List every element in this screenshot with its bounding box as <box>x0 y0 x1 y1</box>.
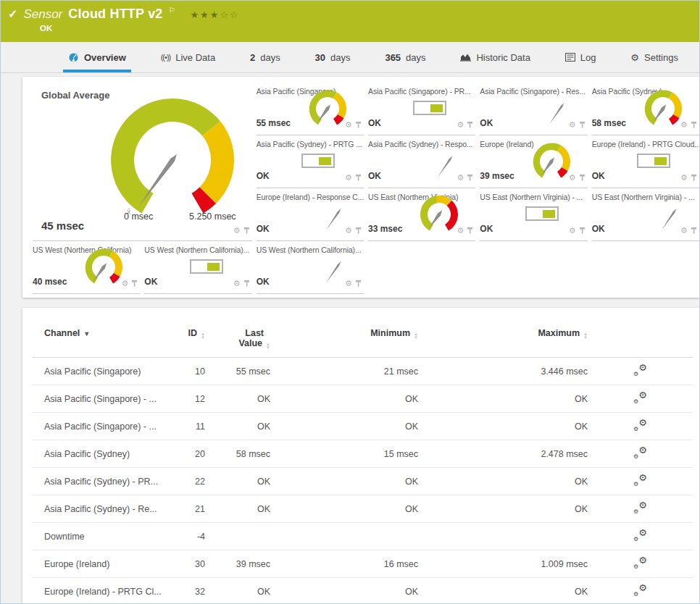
gear-icon[interactable]: ⚙ <box>569 121 576 129</box>
gear-icon[interactable]: ⚙ <box>457 227 464 235</box>
channel-tile[interactable]: US West (Northern California)... OK ⚙ <box>144 241 251 294</box>
channel-settings-icon[interactable]: ⚙⚙ <box>633 584 647 596</box>
column-header-minimum[interactable]: Minimum▲▼ <box>270 316 418 358</box>
tab-log[interactable]: Log <box>560 42 601 72</box>
pin-icon[interactable] <box>243 280 250 288</box>
channel-tile[interactable]: US West (Northern California)... OK ⚙ <box>257 241 364 294</box>
channel-tile[interactable]: US East (Northern Virginia) - ... OK ⚙ <box>592 188 699 241</box>
channel-tile[interactable]: Asia Pacific (Singapore) - Res... OK ⚙ <box>480 83 587 135</box>
table-row[interactable]: Europe (Ireland) - PRTG Cl... 32 OK OK O… <box>33 578 693 604</box>
column-header-last-value[interactable]: Last Value▲▼ <box>205 316 270 358</box>
star-empty-icon[interactable]: ☆ <box>230 9 240 20</box>
tab-365-days[interactable]: 365 days <box>380 42 430 72</box>
channel-tile[interactable]: Asia Pacific (Singapore) 55 msec ⚙ <box>257 83 364 135</box>
table-row[interactable]: Asia Pacific (Sydney) - Re... 21 OK OK O… <box>33 495 693 523</box>
pin-icon[interactable] <box>579 174 586 182</box>
channel-tile[interactable]: Europe (Ireland) 39 msec ⚙ <box>480 135 587 188</box>
gear-icon[interactable]: ⚙ <box>680 227 688 235</box>
table-row[interactable]: Asia Pacific (Singapore) - ... 11 OK OK … <box>33 413 693 440</box>
cell-channel: Asia Pacific (Singapore) - ... <box>33 413 170 440</box>
star-filled-icon[interactable]: ★ <box>190 9 200 20</box>
gear-icon[interactable]: ⚙ <box>345 174 352 182</box>
pin-icon[interactable] <box>579 121 586 129</box>
channel-tile[interactable]: Asia Pacific (Sydney) - PRTG ... OK ⚙ <box>257 135 364 188</box>
tile-title: Asia Pacific (Singapore) - PR... <box>368 83 475 96</box>
pin-icon[interactable] <box>691 174 697 182</box>
gear-icon[interactable]: ⚙ <box>457 121 464 129</box>
column-header-channel[interactable]: Channel▼ <box>33 316 170 358</box>
flag-icon[interactable]: ⚐ <box>169 6 176 15</box>
channel-settings-icon[interactable]: ⚙⚙ <box>633 529 647 541</box>
cell-maximum: OK <box>418 385 588 413</box>
channel-tile[interactable]: US East (Northern Virginia) 33 msec ⚙ <box>368 188 475 241</box>
cell-minimum: OK <box>270 385 418 413</box>
star-filled-icon[interactable]: ★ <box>210 9 220 20</box>
channel-tile[interactable]: US East (Northern Virginia) - ... OK ⚙ <box>480 188 587 241</box>
global-average-tile[interactable]: Global Average x̄ 0 msec 5.250 msec 45 m… <box>33 83 252 241</box>
channel-settings-icon[interactable]: ⚙⚙ <box>633 364 647 376</box>
pin-icon[interactable] <box>355 227 362 235</box>
gear-icon[interactable]: ⚙ <box>569 227 576 235</box>
tab-overview[interactable]: Overview <box>63 42 131 72</box>
pin-icon[interactable] <box>691 227 697 235</box>
channel-settings-icon[interactable]: ⚙⚙ <box>633 474 647 486</box>
gear-icon[interactable]: ⚙ <box>680 121 688 129</box>
pin-icon[interactable] <box>467 121 473 129</box>
pin-icon[interactable] <box>355 121 362 129</box>
ok-switch-indicator <box>413 101 446 115</box>
pin-icon[interactable] <box>243 227 250 235</box>
gear-icon[interactable]: ⚙ <box>345 227 352 235</box>
tab-historic-data[interactable]: Historic Data <box>455 42 535 72</box>
channel-settings-icon[interactable]: ⚙⚙ <box>633 502 647 513</box>
channel-settings-icon[interactable]: ⚙⚙ <box>633 447 647 458</box>
channel-tile[interactable]: Asia Pacific (Sydney) - Respo... OK ⚙ <box>368 135 475 188</box>
pin-icon[interactable] <box>467 227 473 235</box>
channel-settings-icon[interactable]: ⚙⚙ <box>633 419 647 431</box>
table-row[interactable]: Asia Pacific (Singapore) - ... 12 OK OK … <box>33 385 693 413</box>
tab-live-data[interactable]: ((•)) Live Data <box>156 42 220 72</box>
table-row[interactable]: Asia Pacific (Sydney) 20 58 msec 15 msec… <box>33 440 693 468</box>
gear-icon[interactable]: ⚙ <box>121 280 128 288</box>
table-row[interactable]: Asia Pacific (Sydney) - PR... 22 OK OK O… <box>33 468 693 495</box>
gear-icon[interactable]: ⚙ <box>345 280 352 288</box>
pin-icon[interactable] <box>355 174 362 182</box>
pin-icon[interactable] <box>355 280 362 288</box>
table-row[interactable]: Downtime -4 ⚙⚙ <box>33 523 693 550</box>
tab-settings[interactable]: ⚙ Settings <box>625 42 683 72</box>
gear-icon[interactable]: ⚙ <box>233 280 241 288</box>
tab-2-days[interactable]: 2 days <box>245 42 286 72</box>
channel-tile[interactable]: Asia Pacific (Singapore) - PR... OK ⚙ <box>368 83 475 135</box>
gear-icon[interactable]: ⚙ <box>345 121 352 129</box>
star-empty-icon[interactable]: ☆ <box>220 9 230 20</box>
tile-grid: Global Average x̄ 0 msec 5.250 msec 45 m… <box>33 83 699 294</box>
tab-bar: Overview ((•)) Live Data 2 days 30 days … <box>1 42 699 73</box>
cell-maximum: OK <box>418 413 588 440</box>
gear-icon[interactable]: ⚙ <box>569 174 576 182</box>
gear-icon[interactable]: ⚙ <box>233 227 241 235</box>
tab-30-days[interactable]: 30 days <box>310 42 356 72</box>
pin-icon[interactable] <box>131 280 138 288</box>
star-filled-icon[interactable]: ★ <box>200 9 210 20</box>
gear-icon[interactable]: ⚙ <box>457 174 464 182</box>
table-row[interactable]: Asia Pacific (Singapore) 10 55 msec 21 m… <box>33 358 693 385</box>
pin-icon[interactable] <box>691 121 697 129</box>
cell-minimum: OK <box>270 413 418 440</box>
channel-settings-icon[interactable]: ⚙⚙ <box>633 557 647 569</box>
gear-icon: ⚙ <box>630 53 639 62</box>
pin-icon[interactable] <box>579 227 586 235</box>
table-row[interactable]: Europe (Ireland) 30 39 msec 16 msec 1.00… <box>33 550 693 578</box>
channel-settings-icon[interactable]: ⚙⚙ <box>633 392 647 403</box>
column-header-maximum[interactable]: Maximum▲▼ <box>418 316 588 358</box>
channel-tile[interactable]: Europe (Ireland) - PRTG Cloud... OK ⚙ <box>592 135 699 188</box>
tile-value: OK <box>257 224 270 234</box>
pin-icon[interactable] <box>467 174 473 182</box>
column-header-id[interactable]: ID▲▼ <box>170 316 205 358</box>
cell-minimum: 15 msec <box>270 440 418 468</box>
gear-icon[interactable]: ⚙ <box>680 174 688 182</box>
channel-tile[interactable]: Asia Pacific (Sydney) 58 msec ⚙ <box>592 83 699 135</box>
tile-title: Europe (Ireland) - PRTG Cloud... <box>592 135 699 148</box>
channel-tile[interactable]: US West (Northern California) 40 msec ⚙ <box>33 241 140 294</box>
tile-value: OK <box>592 224 605 234</box>
priority-stars[interactable]: ★★★☆☆ <box>190 9 239 20</box>
channel-tile[interactable]: Europe (Ireland) - Response C... OK ⚙ <box>257 188 364 241</box>
